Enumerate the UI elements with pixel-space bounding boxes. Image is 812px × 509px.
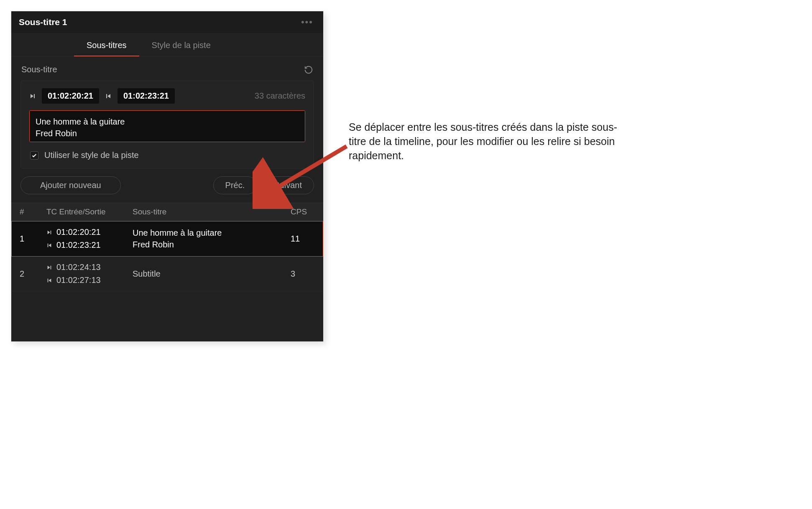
- tab-subtitles[interactable]: Sous-titres: [74, 33, 139, 56]
- cell-tc: 01:02:24:1301:02:27:13: [41, 257, 128, 291]
- tc-out-icon: [105, 93, 112, 99]
- tc-out-icon: [46, 277, 52, 283]
- tc-in-icon: [29, 93, 36, 99]
- tc-in-value: 01:02:24:13: [56, 262, 101, 272]
- section-header: Sous-titre: [20, 62, 314, 80]
- table-row[interactable]: 201:02:24:1301:02:27:13Subtitle3: [11, 257, 323, 291]
- char-count: 33 caractères: [255, 91, 305, 101]
- table-body: 101:02:20:2101:02:23:21Une homme à la gu…: [11, 221, 323, 291]
- annotation-callout: Se déplacer entre les sous-titres créés …: [349, 120, 633, 163]
- cell-index: 1: [11, 221, 41, 257]
- subtitle-list-table: # TC Entrée/Sortie Sous-titre CPS 101:02…: [11, 203, 323, 291]
- tab-track-style[interactable]: Style de la piste: [139, 33, 223, 56]
- use-track-style-checkbox[interactable]: [30, 151, 38, 160]
- prev-button[interactable]: Préc.: [213, 176, 257, 194]
- next-button[interactable]: Suivant: [262, 176, 314, 194]
- subtitle-editor-card: 01:02:20:21 01:02:23:21 33 caractères Ut…: [20, 80, 314, 169]
- cell-subtitle-text: Subtitle: [128, 257, 286, 291]
- button-row: Ajouter nouveau Préc. Suivant: [11, 169, 323, 203]
- panel-footer-empty: [11, 291, 323, 341]
- add-new-button[interactable]: Ajouter nouveau: [20, 176, 121, 194]
- subtitle-section: Sous-titre 01:02:20:21: [11, 56, 323, 169]
- table-row[interactable]: 101:02:20:2101:02:23:21Une homme à la gu…: [11, 221, 323, 257]
- col-index: #: [11, 203, 41, 221]
- col-tc: TC Entrée/Sortie: [41, 203, 128, 221]
- cell-cps: 11: [286, 221, 323, 257]
- tc-out-value: 01:02:27:13: [56, 275, 101, 285]
- annotation-text: Se déplacer entre les sous-titres créés …: [349, 120, 633, 163]
- tabs: Sous-titres Style de la piste: [11, 33, 323, 56]
- col-subtitle: Sous-titre: [128, 203, 286, 221]
- tc-out-value: 01:02:23:21: [56, 240, 101, 250]
- tc-out-field[interactable]: 01:02:23:21: [117, 88, 175, 104]
- use-track-style-label: Utiliser le style de la piste: [44, 150, 139, 160]
- panel-title: Sous-titre 1: [19, 17, 67, 27]
- cell-index: 2: [11, 257, 41, 291]
- subtitle-inspector-panel: Sous-titre 1 ••• Sous-titres Style de la…: [11, 11, 324, 342]
- timecode-row: 01:02:20:21 01:02:23:21 33 caractères: [29, 88, 305, 104]
- section-label: Sous-titre: [21, 65, 57, 74]
- col-cps: CPS: [286, 203, 323, 221]
- tc-in-value: 01:02:20:21: [56, 227, 101, 237]
- cell-cps: 3: [286, 257, 323, 291]
- cell-tc: 01:02:20:2101:02:23:21: [41, 221, 128, 257]
- more-options-icon[interactable]: •••: [301, 17, 313, 28]
- tc-in-field[interactable]: 01:02:20:21: [42, 88, 99, 104]
- use-track-style-row: Utiliser le style de la piste: [29, 150, 305, 160]
- panel-inner: Sous-titre 1 ••• Sous-titres Style de la…: [11, 11, 323, 341]
- tc-in-icon: [46, 229, 52, 235]
- subtitle-text-input[interactable]: [29, 110, 305, 142]
- tc-out-icon: [46, 242, 52, 248]
- table-header: # TC Entrée/Sortie Sous-titre CPS: [11, 203, 323, 221]
- cell-subtitle-text: Une homme à la guitare Fred Robin: [128, 221, 286, 257]
- panel-header: Sous-titre 1 •••: [11, 11, 323, 33]
- tc-in-icon: [46, 265, 52, 270]
- reset-icon[interactable]: [304, 65, 313, 74]
